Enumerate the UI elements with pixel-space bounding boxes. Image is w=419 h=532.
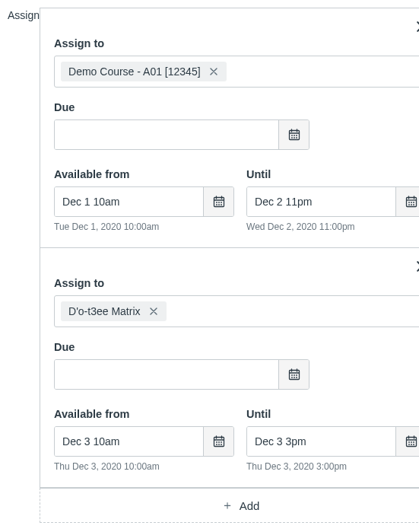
due-hint bbox=[54, 394, 419, 405]
add-button[interactable]: ＋ Add bbox=[40, 488, 419, 523]
available-from-input[interactable] bbox=[55, 427, 203, 456]
available-from-hint: Thu Dec 3, 2020 10:00am bbox=[54, 461, 234, 472]
until-hint: Wed Dec 2, 2020 11:00pm bbox=[246, 221, 419, 232]
calendar-icon bbox=[288, 129, 300, 141]
close-icon bbox=[210, 68, 217, 75]
due-calendar-button[interactable] bbox=[278, 360, 309, 389]
due-calendar-button[interactable] bbox=[278, 120, 309, 149]
calendar-icon bbox=[405, 196, 417, 208]
assign-token-text: D'o-t3ee Matrix bbox=[68, 305, 140, 317]
add-button-label: Add bbox=[240, 499, 260, 512]
assign-to-label: Assign to bbox=[54, 277, 419, 289]
until-calendar-button[interactable] bbox=[395, 187, 419, 216]
until-label: Until bbox=[246, 168, 419, 180]
until-label: Until bbox=[246, 408, 419, 420]
plus-icon: ＋ bbox=[221, 499, 233, 511]
close-icon bbox=[150, 307, 157, 315]
section-label: Assign bbox=[8, 8, 40, 21]
assign-to-label: Assign to bbox=[54, 37, 419, 49]
calendar-icon bbox=[213, 435, 225, 448]
assign-card: Assign to Demo Course - A01 [12345] Due bbox=[40, 8, 419, 248]
available-from-label: Available from bbox=[54, 408, 234, 420]
assign-token: D'o-t3ee Matrix bbox=[61, 301, 166, 321]
until-field bbox=[246, 426, 419, 457]
assign-token-text: Demo Course - A01 [12345] bbox=[68, 65, 201, 78]
available-from-hint: Tue Dec 1, 2020 10:00am bbox=[54, 221, 234, 232]
assign-to-input[interactable]: D'o-t3ee Matrix bbox=[54, 295, 419, 327]
due-field bbox=[54, 119, 309, 150]
calendar-icon bbox=[288, 368, 300, 381]
until-calendar-button[interactable] bbox=[395, 427, 419, 456]
remove-token-button[interactable] bbox=[147, 307, 160, 315]
remove-card-button[interactable] bbox=[414, 259, 419, 274]
until-field bbox=[246, 186, 419, 217]
assign-to-input[interactable]: Demo Course - A01 [12345] bbox=[54, 56, 419, 88]
available-from-field bbox=[54, 426, 234, 457]
due-input[interactable] bbox=[55, 360, 278, 389]
assign-stack: Assign to Demo Course - A01 [12345] Due bbox=[40, 8, 419, 523]
due-input[interactable] bbox=[55, 120, 278, 149]
available-from-calendar-button[interactable] bbox=[203, 187, 233, 216]
due-hint bbox=[54, 155, 419, 165]
available-from-field bbox=[54, 186, 234, 217]
available-from-calendar-button[interactable] bbox=[203, 427, 233, 456]
available-from-input[interactable] bbox=[55, 187, 203, 216]
due-label: Due bbox=[54, 341, 419, 353]
until-input[interactable] bbox=[247, 187, 395, 216]
calendar-icon bbox=[213, 196, 225, 208]
assign-token: Demo Course - A01 [12345] bbox=[61, 62, 227, 81]
until-hint: Thu Dec 3, 2020 3:00pm bbox=[246, 461, 419, 472]
until-input[interactable] bbox=[247, 427, 395, 456]
calendar-icon bbox=[405, 435, 417, 448]
due-field bbox=[54, 359, 309, 390]
remove-token-button[interactable] bbox=[207, 68, 221, 75]
assign-card: Assign to D'o-t3ee Matrix Due bbox=[40, 248, 419, 488]
available-from-label: Available from bbox=[54, 168, 234, 180]
due-label: Due bbox=[54, 101, 419, 113]
remove-card-button[interactable] bbox=[414, 19, 419, 34]
